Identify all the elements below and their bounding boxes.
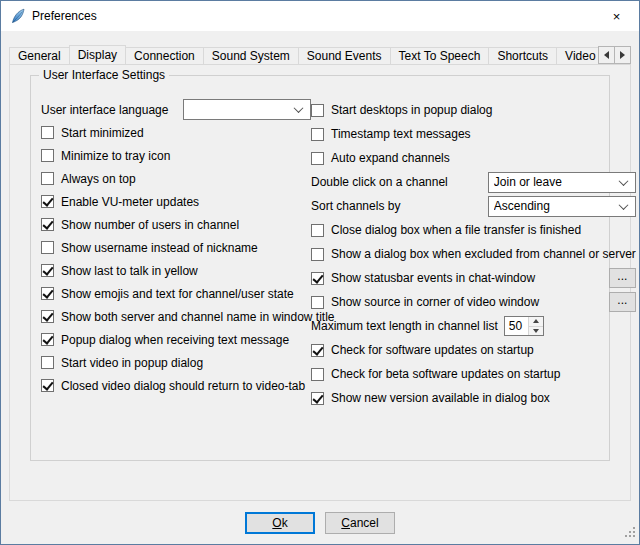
max-text-length-value: 50	[505, 317, 528, 335]
tab[interactable]: General	[9, 47, 70, 64]
checkbox[interactable]	[41, 310, 54, 323]
language-combobox[interactable]	[183, 99, 311, 120]
checkbox[interactable]	[311, 128, 324, 141]
right-column: Start desktops in popup dialog Timestamp…	[311, 98, 636, 410]
tab[interactable]: Connection	[125, 47, 204, 64]
checkbox-row[interactable]: Show both server and channel name in win…	[41, 305, 311, 328]
statusbar-events-checkbox[interactable]	[311, 272, 324, 285]
checkbox[interactable]	[41, 126, 54, 139]
checkbox-row[interactable]: Show last to talk in yellow	[41, 259, 311, 282]
tab-scroll-left-button[interactable]	[598, 46, 615, 64]
checkbox-row[interactable]: Start video in popup dialog	[41, 351, 311, 374]
tab-bar: General Display Connection Sound System …	[9, 44, 631, 64]
checkbox-label: Show number of users in channel	[61, 218, 239, 232]
checkbox[interactable]	[311, 368, 324, 381]
checkbox-row[interactable]: Check for beta software updates on start…	[311, 362, 636, 386]
resize-grip[interactable]	[624, 526, 637, 542]
checkbox-label: Show a dialog box when excluded from cha…	[331, 247, 636, 261]
checkbox[interactable]	[41, 195, 54, 208]
max-text-length-row: Maximum text length in channel list 50	[311, 314, 636, 338]
checkbox[interactable]	[311, 224, 324, 237]
checkbox[interactable]	[41, 264, 54, 277]
user-interface-settings-group: User Interface Settings User interface l…	[30, 75, 610, 461]
double-click-combobox[interactable]: Join or leave	[488, 172, 636, 193]
checkbox-row[interactable]: Minimize to tray icon	[41, 144, 311, 167]
video-source-more-button[interactable]: ...	[609, 292, 636, 312]
dialog-buttons: Ok Cancel	[9, 512, 631, 534]
checkbox-row[interactable]: Show username instead of nickname	[41, 236, 311, 259]
language-label: User interface language	[41, 103, 168, 117]
video-source-checkbox[interactable]	[311, 296, 324, 309]
tab[interactable]: Text To Speech	[390, 47, 490, 64]
checkbox-label: Show emojis and text for channel/user st…	[61, 287, 294, 301]
tab[interactable]: Sound Events	[298, 47, 391, 64]
checkbox-label: Show both server and channel name in win…	[61, 310, 335, 324]
statusbar-events-row: Show statusbar events in chat-window ...	[311, 266, 636, 290]
checkbox-row[interactable]: Close dialog box when a file transfer is…	[311, 218, 636, 242]
display-tab-panel: User Interface Settings User interface l…	[9, 64, 631, 501]
close-button[interactable]: ×	[594, 2, 639, 31]
cancel-button[interactable]: Cancel	[325, 512, 395, 534]
ok-button[interactable]: Ok	[245, 512, 315, 534]
checkbox[interactable]	[41, 149, 54, 162]
video-source-label: Show source in corner of video window	[331, 295, 539, 309]
right-checkbox-list-mid: Close dialog box when a file transfer is…	[311, 218, 636, 266]
max-text-length-spinbox[interactable]: 50	[504, 316, 544, 336]
group-title: User Interface Settings	[39, 68, 169, 82]
checkbox-row[interactable]: Show number of users in channel	[41, 213, 311, 236]
tab-scroll-buttons	[598, 46, 631, 64]
checkbox-row[interactable]: Show new version available in dialog box	[311, 386, 636, 410]
checkbox-row[interactable]: Auto expand channels	[311, 146, 636, 170]
window-title: Preferences	[32, 9, 594, 23]
spin-up-button[interactable]	[529, 317, 543, 327]
chevron-down-icon	[618, 176, 628, 186]
tab-label: Text To Speech	[399, 49, 481, 63]
checkbox[interactable]	[41, 356, 54, 369]
max-text-length-label: Maximum text length in channel list	[311, 319, 498, 333]
checkbox-row[interactable]: Start desktops in popup dialog	[311, 98, 636, 122]
checkbox[interactable]	[41, 218, 54, 231]
checkbox[interactable]	[41, 287, 54, 300]
sort-channels-combobox[interactable]: Ascending	[488, 196, 636, 217]
video-source-row: Show source in corner of video window ..…	[311, 290, 636, 314]
checkbox-label: Check for beta software updates on start…	[331, 367, 560, 381]
tab[interactable]: Sound System	[203, 47, 299, 64]
checkbox[interactable]	[41, 172, 54, 185]
checkbox[interactable]	[311, 392, 324, 405]
tab-label: Display	[78, 48, 117, 62]
checkbox-row[interactable]: Enable VU-meter updates	[41, 190, 311, 213]
checkbox[interactable]	[41, 241, 54, 254]
checkbox-label: Start minimized	[61, 126, 144, 140]
checkbox-row[interactable]: Show a dialog box when excluded from cha…	[311, 242, 636, 266]
sort-channels-row: Sort channels by Ascending	[311, 194, 636, 218]
tab-label: General	[18, 49, 61, 63]
checkbox-label: Popup dialog when receiving text message	[61, 333, 289, 347]
checkbox-label: Close dialog box when a file transfer is…	[331, 223, 581, 237]
checkbox-row[interactable]: Closed video dialog should return to vid…	[41, 374, 311, 397]
tab-scroll-right-button[interactable]	[614, 46, 631, 64]
checkbox[interactable]	[311, 104, 324, 117]
checkbox[interactable]	[41, 333, 54, 346]
checkbox-row[interactable]: Show emojis and text for channel/user st…	[41, 282, 311, 305]
checkbox[interactable]	[311, 152, 324, 165]
checkbox-label: Minimize to tray icon	[61, 149, 170, 163]
app-icon	[10, 8, 26, 24]
title-bar[interactable]: Preferences ×	[1, 1, 639, 31]
tab[interactable]: Shortcuts	[488, 47, 557, 64]
checkbox-label: Timestamp text messages	[331, 127, 471, 141]
spin-down-button[interactable]	[529, 327, 543, 336]
checkbox-row[interactable]: Timestamp text messages	[311, 122, 636, 146]
checkbox-row[interactable]: Popup dialog when receiving text message	[41, 328, 311, 351]
checkbox[interactable]	[311, 248, 324, 261]
checkbox-label: Check for software updates on startup	[331, 343, 534, 357]
tab[interactable]: Display	[69, 45, 126, 64]
checkbox[interactable]	[41, 379, 54, 392]
right-checkbox-list-top: Start desktops in popup dialog Timestamp…	[311, 98, 636, 170]
checkbox[interactable]	[311, 344, 324, 357]
tab-strip: General Display Connection Sound System …	[9, 44, 631, 64]
checkbox-row[interactable]: Start minimized	[41, 121, 311, 144]
checkbox-label: Show new version available in dialog box	[331, 391, 550, 405]
statusbar-events-more-button[interactable]: ...	[609, 268, 636, 288]
checkbox-row[interactable]: Always on top	[41, 167, 311, 190]
checkbox-row[interactable]: Check for software updates on startup	[311, 338, 636, 362]
